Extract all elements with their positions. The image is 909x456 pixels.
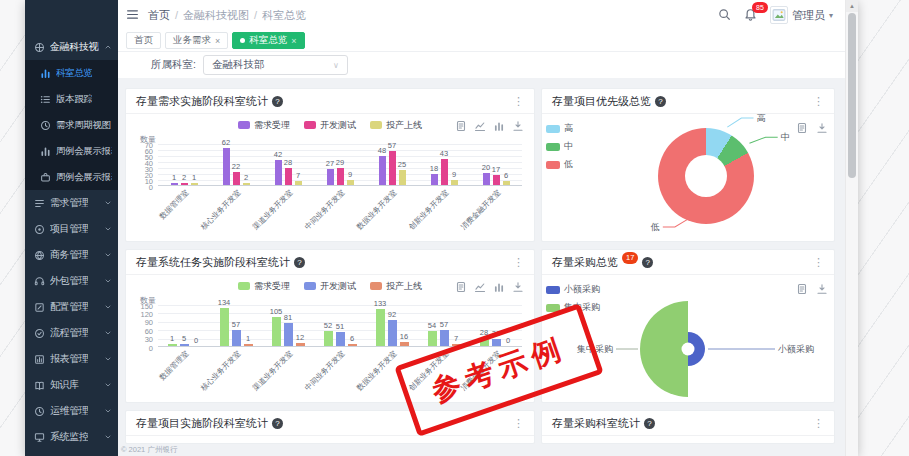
- sidebar-item-4[interactable]: 周例会展示报表-项目: [25, 138, 118, 164]
- bar[interactable]: [220, 308, 229, 346]
- tab-1[interactable]: 业务需求×: [165, 32, 228, 49]
- bar-chart-icon[interactable]: [493, 281, 505, 293]
- bar[interactable]: [483, 173, 490, 185]
- breadcrumb-item[interactable]: 科室总览: [262, 8, 306, 23]
- bar[interactable]: [428, 331, 437, 346]
- bar[interactable]: [503, 181, 510, 185]
- sidebar-item-3[interactable]: 需求周期视图: [25, 112, 118, 138]
- bar[interactable]: [180, 344, 189, 346]
- bar-group[interactable]: 20176: [470, 144, 522, 185]
- help-icon[interactable]: ?: [272, 418, 283, 429]
- legend-item[interactable]: 开发测试: [304, 119, 356, 132]
- tab-2[interactable]: 科室总览×: [232, 32, 304, 49]
- bar-group[interactable]: 1339216: [366, 305, 418, 346]
- sidebar-item-2[interactable]: 版本跟踪: [25, 86, 118, 112]
- download-icon[interactable]: [512, 120, 524, 132]
- sidebar-item-14[interactable]: 运维管理: [25, 398, 118, 424]
- download-icon[interactable]: [512, 281, 524, 293]
- rose-slice-centralized[interactable]: [640, 301, 688, 397]
- breadcrumb-item[interactable]: 金融科技视图: [183, 8, 249, 23]
- bar[interactable]: [284, 323, 293, 346]
- department-select[interactable]: 金融科技部 ∨: [203, 55, 348, 75]
- line-chart-icon[interactable]: [474, 120, 486, 132]
- bar[interactable]: [389, 151, 396, 185]
- card-menu-icon[interactable]: ⋮: [513, 417, 524, 430]
- card-menu-icon[interactable]: ⋮: [513, 95, 524, 108]
- bar-group[interactable]: 18439: [418, 144, 470, 185]
- bar[interactable]: [376, 309, 385, 346]
- bar-group[interactable]: 485725: [366, 144, 418, 185]
- sidebar-item-1[interactable]: 科室总览: [25, 60, 118, 86]
- scrollbar[interactable]: ▲: [845, 0, 858, 456]
- bar[interactable]: [348, 344, 357, 346]
- data-view-icon[interactable]: [455, 120, 467, 132]
- bar[interactable]: [168, 344, 177, 346]
- notifications-button[interactable]: 85: [744, 8, 757, 23]
- bar-group[interactable]: 1058112: [262, 305, 314, 346]
- bar[interactable]: [275, 160, 282, 185]
- search-icon[interactable]: [718, 8, 731, 23]
- bar[interactable]: [296, 343, 305, 346]
- bar[interactable]: [244, 344, 253, 346]
- help-icon[interactable]: ?: [642, 257, 653, 268]
- bar[interactable]: [223, 148, 230, 185]
- bar[interactable]: [388, 320, 397, 346]
- sidebar-item-16[interactable]: 系统管理: [25, 450, 118, 456]
- scrollbar-thumb[interactable]: [848, 13, 856, 178]
- bar[interactable]: [440, 330, 449, 346]
- bar[interactable]: [232, 330, 241, 346]
- bar-group[interactable]: 134571: [210, 305, 262, 346]
- sidebar-item-15[interactable]: 系统监控: [25, 424, 118, 450]
- legend-item[interactable]: 需求受理: [238, 119, 290, 132]
- bar[interactable]: [191, 183, 198, 185]
- legend-item[interactable]: 开发测试: [304, 280, 356, 293]
- bar[interactable]: [347, 180, 354, 185]
- card-menu-icon[interactable]: ⋮: [513, 256, 524, 269]
- sidebar-item-9[interactable]: 外包管理: [25, 268, 118, 294]
- line-chart-icon[interactable]: [474, 281, 486, 293]
- scroll-up-arrow[interactable]: ▲: [846, 0, 858, 12]
- bar-group[interactable]: 121: [158, 144, 210, 185]
- bar[interactable]: [295, 181, 302, 185]
- bar[interactable]: [451, 180, 458, 185]
- bar[interactable]: [327, 169, 334, 185]
- sidebar-item-10[interactable]: 配置管理: [25, 294, 118, 320]
- help-icon[interactable]: ?: [272, 96, 283, 107]
- tab-0[interactable]: 首页: [126, 32, 161, 49]
- help-icon[interactable]: ?: [644, 418, 655, 429]
- bar-group[interactable]: 54577: [418, 305, 470, 346]
- bar[interactable]: [285, 168, 292, 185]
- sidebar-item-11[interactable]: 流程管理: [25, 320, 118, 346]
- bar[interactable]: [337, 168, 344, 185]
- user-menu[interactable]: 管理员 ▾: [770, 6, 833, 24]
- sidebar-item-0[interactable]: 金融科技视图: [25, 34, 118, 60]
- bar[interactable]: [272, 317, 281, 346]
- help-icon[interactable]: ?: [294, 257, 305, 268]
- bar[interactable]: [441, 159, 448, 185]
- bar[interactable]: [181, 183, 188, 185]
- bar[interactable]: [171, 183, 178, 185]
- close-icon[interactable]: ×: [291, 36, 296, 46]
- bar-group[interactable]: 52516: [314, 305, 366, 346]
- close-icon[interactable]: ×: [215, 36, 220, 46]
- sidebar-item-13[interactable]: 知识库: [25, 372, 118, 398]
- sidebar-item-6[interactable]: 需求管理: [25, 190, 118, 216]
- bar[interactable]: [233, 172, 240, 185]
- sidebar-item-5[interactable]: 周例会展示报表-采购: [25, 164, 118, 190]
- sidebar-item-7[interactable]: 项目管理: [25, 216, 118, 242]
- legend-item[interactable]: 投产上线: [370, 119, 422, 132]
- sidebar-item-12[interactable]: 报表管理: [25, 346, 118, 372]
- bar[interactable]: [400, 342, 409, 346]
- legend-item[interactable]: 投产上线: [370, 280, 422, 293]
- legend-item[interactable]: 需求受理: [238, 280, 290, 293]
- bar-group[interactable]: 42287: [262, 144, 314, 185]
- card-menu-icon[interactable]: ⋮: [813, 95, 824, 108]
- card-menu-icon[interactable]: ⋮: [813, 256, 824, 269]
- hamburger-icon[interactable]: [126, 8, 139, 23]
- bar[interactable]: [493, 175, 500, 185]
- bar[interactable]: [379, 156, 386, 185]
- bar-chart-icon[interactable]: [493, 120, 505, 132]
- bar-group[interactable]: 62222: [210, 144, 262, 185]
- sidebar-item-8[interactable]: 商务管理: [25, 242, 118, 268]
- bar[interactable]: [243, 183, 250, 185]
